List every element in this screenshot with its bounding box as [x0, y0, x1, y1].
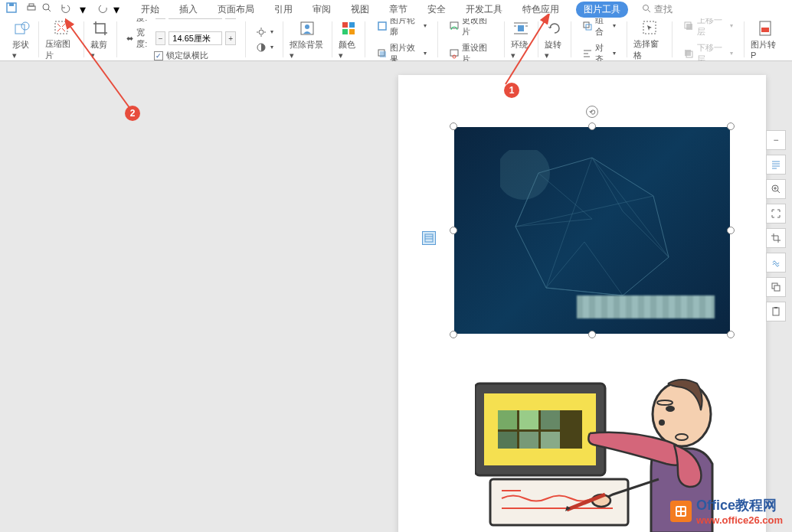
- tab-security[interactable]: 安全: [424, 2, 449, 18]
- watermark-url: www.office26.com: [696, 514, 783, 526]
- tab-view[interactable]: 视图: [348, 2, 372, 18]
- tab-home[interactable]: 开始: [138, 2, 162, 18]
- resize-handle-tr[interactable]: [727, 122, 735, 130]
- chevron-down-icon: ▾: [424, 50, 427, 57]
- svg-rect-86: [677, 508, 680, 511]
- width-input[interactable]: [169, 31, 222, 45]
- search-label: 查找: [654, 3, 673, 16]
- brightness-icon[interactable]: [255, 26, 267, 38]
- tab-page-layout[interactable]: 页面布局: [214, 2, 257, 18]
- compress-picture-button[interactable]: 压缩图片: [45, 18, 77, 61]
- undo-icon[interactable]: [60, 2, 70, 16]
- chevron-down-icon: ▾: [730, 22, 733, 29]
- tab-developer[interactable]: 开发工具: [463, 2, 506, 18]
- tab-review[interactable]: 审阅: [309, 2, 334, 18]
- blurred-text-region: [577, 295, 715, 318]
- svg-point-12: [259, 30, 263, 34]
- watermark: Office教程网 www.office26.com: [670, 496, 783, 526]
- redo-dropdown-icon[interactable]: [98, 2, 109, 16]
- svg-rect-18: [342, 29, 348, 34]
- shape-icon: [13, 19, 31, 38]
- svg-rect-17: [349, 22, 355, 28]
- svg-rect-57: [498, 410, 517, 429]
- svg-rect-3: [29, 4, 34, 6]
- search-box[interactable]: 查找: [642, 3, 673, 16]
- resize-handle-tl[interactable]: [450, 122, 457, 130]
- align-icon: [582, 47, 594, 60]
- svg-rect-43: [425, 234, 433, 242]
- svg-point-64: [666, 406, 675, 412]
- svg-point-4: [43, 4, 49, 10]
- save-icon[interactable]: [6, 2, 17, 16]
- crop-button[interactable]: 裁剪▾: [90, 19, 110, 60]
- remove-background-button[interactable]: 抠除背景▾: [290, 19, 326, 60]
- contrast-icon[interactable]: [255, 41, 267, 54]
- print-icon[interactable]: [26, 2, 37, 16]
- selected-image[interactable]: ⟲: [454, 127, 730, 334]
- wrap-button[interactable]: 环绕▾: [511, 19, 531, 60]
- select-pane-button[interactable]: 选择窗格: [633, 18, 665, 61]
- svg-rect-62: [541, 432, 560, 449]
- document-page[interactable]: ⟲: [398, 75, 766, 532]
- tab-special[interactable]: 特色应用: [519, 2, 562, 18]
- pdf-icon: [756, 19, 774, 38]
- side-tool-zoom[interactable]: [766, 179, 786, 199]
- width-decrease[interactable]: −: [155, 31, 166, 45]
- svg-point-6: [643, 5, 649, 10]
- side-tool-effects[interactable]: [766, 253, 786, 273]
- compress-icon: [52, 18, 70, 37]
- select-pane-icon: [640, 18, 659, 37]
- chevron-down-icon: ▾: [613, 50, 616, 57]
- side-tool-paragraph[interactable]: [766, 155, 786, 175]
- chevron-down-icon: ▾: [90, 51, 95, 60]
- resize-handle-ml[interactable]: [450, 227, 457, 234]
- chevron-down-icon: ▾: [290, 51, 294, 60]
- side-tool-paste[interactable]: [766, 302, 786, 321]
- change-picture-icon: [449, 20, 460, 32]
- tab-chapter[interactable]: 章节: [386, 2, 411, 18]
- chevron-down-icon: ▾: [339, 51, 343, 60]
- svg-rect-16: [342, 22, 348, 28]
- width-increase[interactable]: +: [225, 31, 236, 45]
- width-label: 宽度:: [136, 27, 152, 50]
- svg-line-7: [648, 10, 650, 12]
- svg-rect-20: [378, 22, 386, 30]
- redo-icon[interactable]: ▾: [80, 2, 86, 17]
- svg-rect-59: [541, 410, 560, 429]
- svg-line-76: [777, 191, 780, 193]
- svg-marker-49: [546, 242, 623, 295]
- side-tool-fit[interactable]: [766, 204, 786, 224]
- side-tool-crop[interactable]: [766, 228, 786, 248]
- side-tool-copy[interactable]: [766, 277, 786, 297]
- svg-line-5: [48, 9, 51, 11]
- resize-handle-br[interactable]: [727, 331, 735, 338]
- svg-rect-26: [518, 25, 524, 31]
- rotate-handle[interactable]: ⟲: [586, 106, 598, 118]
- chevron-down-icon: ▾: [613, 22, 616, 29]
- resize-handle-bl[interactable]: [450, 331, 457, 338]
- tab-insert[interactable]: 插入: [176, 2, 201, 18]
- svg-point-52: [500, 150, 550, 200]
- side-tool-collapse[interactable]: −: [766, 130, 786, 150]
- resize-handle-mr[interactable]: [727, 227, 735, 234]
- tab-picture-tools[interactable]: 图片工具: [576, 2, 628, 18]
- svg-rect-22: [380, 51, 386, 57]
- annotation-circle-1: 1: [504, 83, 519, 98]
- svg-rect-23: [450, 22, 458, 28]
- chevron-down-icon[interactable]: ▾: [270, 44, 273, 51]
- shape-button[interactable]: 形状▾: [12, 19, 32, 60]
- convert-pdf-button[interactable]: 图片转P: [751, 19, 780, 60]
- chevron-down-icon: ▾: [424, 22, 427, 29]
- color-button[interactable]: 颜色▾: [339, 19, 358, 60]
- svg-rect-39: [685, 50, 691, 56]
- tab-references[interactable]: 引用: [271, 2, 296, 18]
- bring-forward-icon: [683, 20, 695, 32]
- chevron-down-icon[interactable]: ▾: [270, 28, 273, 35]
- resize-handle-tm[interactable]: [588, 122, 596, 130]
- print-preview-icon[interactable]: [41, 2, 52, 16]
- rotate-button[interactable]: 旋转▾: [545, 19, 565, 60]
- layout-options-icon[interactable]: [422, 231, 436, 245]
- resize-handle-bm[interactable]: [588, 331, 596, 338]
- lock-aspect-checkbox[interactable]: ✓ 锁定纵横比: [154, 50, 208, 61]
- svg-rect-80: [774, 286, 780, 291]
